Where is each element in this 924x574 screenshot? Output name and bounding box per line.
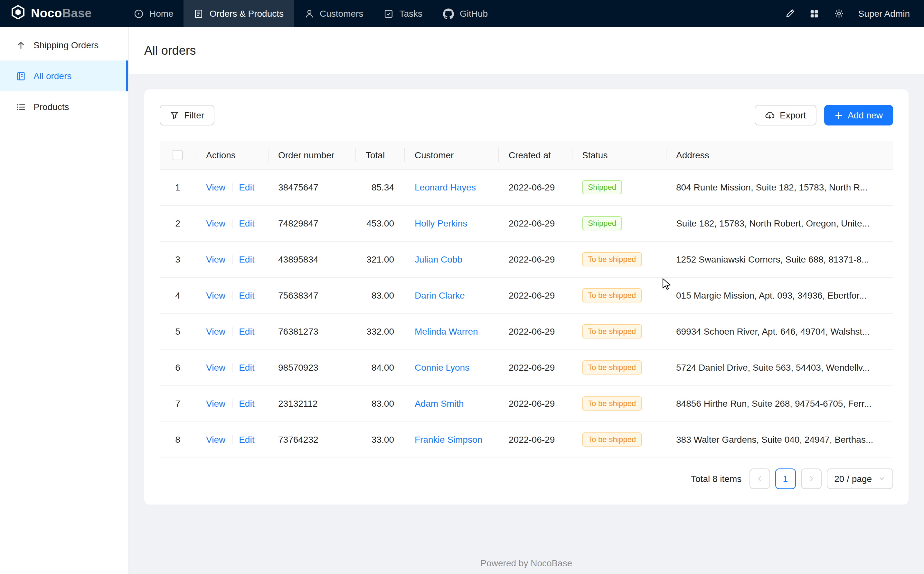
- plugins-grid-icon[interactable]: [804, 3, 825, 24]
- top-navbar: NocoBase Home Orders & Products Customer…: [0, 0, 924, 27]
- brand-text: NocoBase: [31, 6, 92, 20]
- select-all-checkbox[interactable]: [172, 150, 183, 161]
- sidebar-item-products[interactable]: Products: [0, 91, 128, 122]
- customer-link[interactable]: Frankie Simpson: [415, 434, 482, 445]
- table-row: 4 ViewEdit 75638347 83.00 Darin Clarke 2…: [160, 278, 893, 313]
- order-number-cell: 73764232: [268, 421, 355, 457]
- settings-gear-icon[interactable]: [829, 3, 849, 24]
- status-badge: Shipped: [582, 216, 622, 230]
- column-header-customer: Customer: [404, 141, 498, 169]
- edit-link[interactable]: Edit: [239, 218, 254, 229]
- filter-icon: [170, 111, 179, 120]
- status-badge: Shipped: [582, 180, 622, 194]
- brand[interactable]: NocoBase: [0, 0, 124, 27]
- customer-link[interactable]: Julian Cobb: [415, 254, 462, 265]
- nav-item-customers[interactable]: Customers: [294, 0, 373, 27]
- pagination: Total 8 items 1 20 / page: [160, 468, 893, 489]
- action-divider: [232, 183, 232, 192]
- edit-link[interactable]: Edit: [239, 290, 254, 301]
- edit-link[interactable]: Edit: [239, 254, 254, 265]
- customer-link[interactable]: Leonard Hayes: [415, 182, 476, 192]
- total-cell: 84.00: [355, 349, 404, 385]
- sidebar-item-all-orders[interactable]: All orders: [0, 60, 128, 91]
- edit-link[interactable]: Edit: [239, 398, 254, 408]
- address-cell: 804 Runte Mission, Suite 182, 15783, Nor…: [666, 169, 893, 205]
- customer-link[interactable]: Holly Perkins: [415, 218, 467, 229]
- app-root: NocoBase Home Orders & Products Customer…: [0, 0, 924, 574]
- add-new-button[interactable]: Add new: [824, 105, 893, 126]
- edit-link[interactable]: Edit: [239, 182, 254, 192]
- address-cell: Suite 182, 15783, North Robert, Oregon, …: [666, 205, 893, 241]
- nav-item-github[interactable]: GitHub: [433, 0, 498, 27]
- sidebar-item-shipping-orders[interactable]: Shipping Orders: [0, 30, 128, 60]
- action-divider: [232, 363, 232, 372]
- next-page-button[interactable]: [801, 468, 821, 489]
- view-link[interactable]: View: [206, 254, 225, 265]
- prev-page-button[interactable]: [749, 468, 770, 489]
- edit-link[interactable]: Edit: [239, 434, 254, 445]
- chevron-left-icon: [756, 475, 763, 482]
- row-index: 4: [175, 290, 180, 301]
- screen: NocoBase Home Orders & Products Customer…: [0, 0, 924, 574]
- nav-item-home[interactable]: Home: [124, 0, 184, 27]
- total-cell: 83.00: [355, 385, 404, 421]
- customer-link[interactable]: Melinda Warren: [415, 326, 478, 337]
- order-number-cell: 43895834: [268, 241, 355, 278]
- view-link[interactable]: View: [206, 434, 225, 445]
- total-cell: 85.34: [355, 169, 404, 205]
- action-divider: [232, 219, 232, 228]
- row-index: 3: [175, 254, 180, 265]
- edit-link[interactable]: Edit: [239, 362, 254, 372]
- tasks-icon: [384, 9, 393, 18]
- design-mode-icon[interactable]: [780, 3, 800, 24]
- edit-link[interactable]: Edit: [239, 326, 254, 337]
- table-header-row: Actions Order number Total Customer Crea…: [160, 141, 893, 169]
- address-cell: 84856 Hirthe Run, Suite 268, 94754-6705,…: [666, 385, 893, 421]
- main-area: All orders Filter: [129, 27, 924, 574]
- sidebar: Shipping Orders All orders Products: [0, 27, 129, 574]
- table-row: 7 ViewEdit 23132112 83.00 Adam Smith 202…: [160, 385, 893, 421]
- order-number-cell: 75638347: [268, 278, 355, 313]
- page-number-button[interactable]: 1: [775, 468, 796, 489]
- view-link[interactable]: View: [206, 362, 225, 372]
- filter-button-label: Filter: [184, 110, 204, 120]
- export-button-label: Export: [780, 110, 806, 120]
- brand-part-noco: Noco: [31, 6, 62, 20]
- arrow-up-icon: [16, 40, 26, 50]
- nav-item-tasks[interactable]: Tasks: [373, 0, 433, 27]
- column-header-total: Total: [355, 141, 404, 169]
- sidebar-item-label: Shipping Orders: [33, 40, 98, 50]
- orders-products-icon: [194, 9, 204, 18]
- page-size-select[interactable]: 20 / page: [826, 468, 893, 489]
- add-new-button-label: Add new: [848, 110, 883, 120]
- view-link[interactable]: View: [206, 218, 225, 229]
- nav-item-orders-products[interactable]: Orders & Products: [184, 0, 294, 27]
- toolbar-right: Export Add new: [755, 105, 893, 126]
- created-at-cell: 2022-06-29: [498, 241, 572, 278]
- customer-link[interactable]: Adam Smith: [415, 398, 464, 408]
- view-link[interactable]: View: [206, 398, 225, 408]
- nav-item-label: GitHub: [460, 8, 488, 19]
- export-button[interactable]: Export: [755, 105, 816, 126]
- nav-item-label: Tasks: [399, 8, 422, 19]
- created-at-cell: 2022-06-29: [498, 169, 572, 205]
- order-number-cell: 98570923: [268, 349, 355, 385]
- created-at-cell: 2022-06-29: [498, 313, 572, 349]
- address-cell: 015 Margie Mission, Apt. 093, 34936, Ebe…: [666, 278, 893, 313]
- address-cell: 1252 Swaniawski Corners, Suite 688, 8137…: [666, 241, 893, 278]
- customer-link[interactable]: Darin Clarke: [415, 290, 465, 301]
- current-user[interactable]: Super Admin: [858, 8, 910, 19]
- customer-link[interactable]: Connie Lyons: [415, 362, 469, 372]
- view-link[interactable]: View: [206, 326, 225, 337]
- nav-item-label: Home: [149, 8, 174, 19]
- filter-button[interactable]: Filter: [160, 105, 215, 126]
- orders-table-block: Filter Export Add: [144, 90, 908, 504]
- view-link[interactable]: View: [206, 182, 225, 192]
- created-at-cell: 2022-06-29: [498, 278, 572, 313]
- view-link[interactable]: View: [206, 290, 225, 301]
- total-cell: 332.00: [355, 313, 404, 349]
- column-header-actions: Actions: [196, 141, 268, 169]
- content-area: Filter Export Add: [129, 74, 924, 574]
- order-number-cell: 23132112: [268, 385, 355, 421]
- plus-icon: [834, 111, 843, 119]
